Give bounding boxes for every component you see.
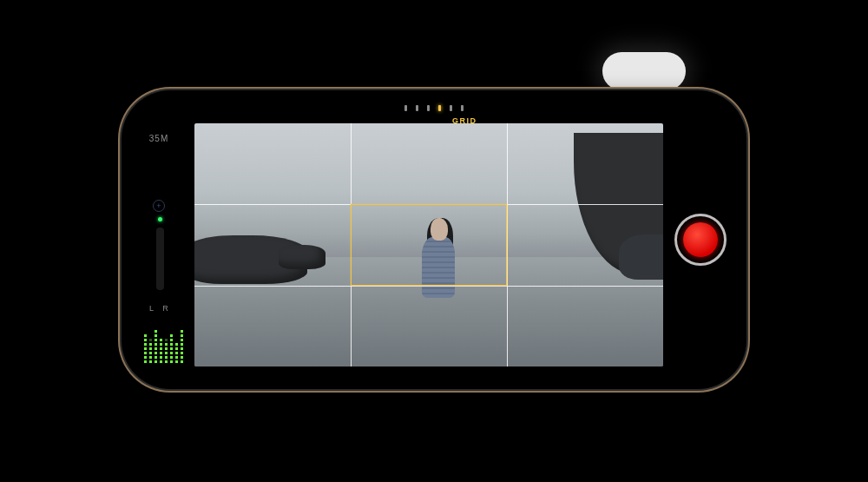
viewfinder[interactable] bbox=[194, 123, 663, 366]
sensor-dot bbox=[404, 105, 407, 111]
dynamic-island bbox=[373, 101, 495, 115]
sensor-dot bbox=[461, 105, 464, 111]
add-control-button[interactable]: + bbox=[153, 200, 165, 212]
grid-label: GRID bbox=[452, 116, 477, 125]
subject bbox=[415, 218, 460, 331]
camera-flash-icon bbox=[602, 52, 686, 90]
audio-level-meter bbox=[144, 320, 179, 363]
record-icon bbox=[683, 222, 718, 257]
sensor-dot-active bbox=[438, 105, 441, 111]
resolution-label: 35M bbox=[149, 134, 168, 143]
sensor-dot bbox=[450, 105, 452, 111]
audio-channels-label: L R bbox=[149, 304, 172, 313]
left-control-panel: 35M + L R bbox=[128, 97, 189, 382]
scene-background bbox=[194, 123, 663, 366]
sensor-dot bbox=[427, 105, 430, 111]
camera-app-screen: GRID 35M + L R bbox=[128, 97, 740, 382]
phone-frame: GRID 35M + L R bbox=[122, 90, 746, 389]
status-indicator-icon bbox=[158, 217, 162, 221]
exposure-slider[interactable] bbox=[156, 228, 164, 290]
sensor-dot bbox=[416, 105, 418, 111]
record-button[interactable] bbox=[674, 214, 727, 266]
right-control-panel bbox=[661, 97, 740, 382]
